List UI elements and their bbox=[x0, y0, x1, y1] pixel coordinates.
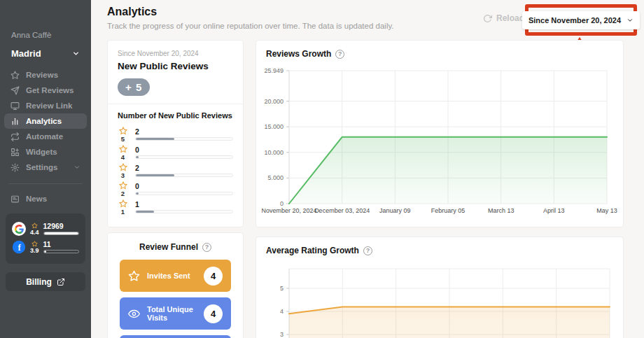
billing-button[interactable]: Billing bbox=[6, 272, 85, 291]
funnel-bar-partial bbox=[120, 335, 231, 338]
star-rating-label: 3 bbox=[118, 163, 128, 179]
star-icon bbox=[119, 163, 127, 171]
count-bar-fill bbox=[136, 156, 139, 158]
help-icon[interactable]: ? bbox=[363, 246, 372, 255]
review-count-value: 0 bbox=[135, 183, 233, 190]
sidebar-item-label: Automate bbox=[26, 132, 63, 141]
refresh-icon bbox=[483, 14, 492, 23]
location-selector[interactable]: Madrid bbox=[11, 48, 80, 59]
facebook-logo: f bbox=[12, 240, 26, 254]
sidebar-item-reviews[interactable]: Reviews bbox=[4, 67, 87, 83]
google-icon bbox=[15, 225, 24, 234]
funnel-bar-value: 4 bbox=[204, 304, 223, 323]
star-breakdown-row-3: 32 bbox=[118, 162, 233, 180]
svg-text:25.949: 25.949 bbox=[264, 67, 284, 74]
location-label: Madrid bbox=[11, 48, 41, 59]
review-count-value: 1 bbox=[135, 201, 233, 209]
send-icon bbox=[10, 86, 20, 95]
help-icon[interactable]: ? bbox=[335, 50, 344, 59]
automate-icon bbox=[10, 132, 20, 141]
timeframe-dropdown[interactable]: Since November 20, 2024 bbox=[522, 11, 640, 29]
svg-text:f: f bbox=[18, 244, 21, 253]
funnel-bar-total-unique-visits: Total Unique Visits4 bbox=[120, 297, 231, 330]
star-icon bbox=[31, 241, 38, 247]
external-link-icon bbox=[57, 278, 65, 286]
review-count-value: 2 bbox=[135, 128, 233, 136]
new-public-reviews-card: Since November 20, 2024 New Public Revie… bbox=[107, 40, 244, 227]
sidebar-item-review-link[interactable]: Review Link bbox=[4, 98, 87, 113]
card-timeframe: Since November 20, 2024 bbox=[118, 50, 233, 57]
svg-text:10.000: 10.000 bbox=[264, 149, 284, 156]
sidebar-item-label: Settings bbox=[26, 163, 57, 171]
widgets-icon bbox=[10, 148, 20, 157]
rating-progress-track bbox=[43, 232, 79, 235]
star-breakdown-row-5: 52 bbox=[118, 125, 233, 143]
count-bar-track bbox=[135, 137, 233, 141]
svg-text:March 13: March 13 bbox=[488, 207, 514, 214]
help-icon[interactable]: ? bbox=[202, 243, 211, 252]
svg-text:20.000: 20.000 bbox=[264, 98, 284, 105]
review-count: 12969 bbox=[43, 223, 79, 230]
sidebar-nav: ReviewsGet ReviewsReview LinkAnalyticsAu… bbox=[0, 67, 91, 175]
count-bar-track bbox=[135, 192, 233, 195]
platform-rating: 4.4 bbox=[30, 223, 39, 236]
reviews-growth-chart: 05.00010.00015.00020.00025.949November 2… bbox=[256, 41, 624, 228]
review-count-value: 0 bbox=[135, 146, 233, 154]
user-name: Anna Caffè bbox=[11, 31, 80, 39]
platform-row-google[interactable]: 4.412969 bbox=[12, 222, 79, 236]
facebook-icon: f bbox=[12, 240, 26, 254]
card-title: New Public Reviews bbox=[118, 61, 233, 71]
rating-progress-fill bbox=[44, 251, 47, 253]
svg-text:0: 0 bbox=[280, 200, 284, 207]
review-count: 11 bbox=[43, 241, 79, 248]
platform-row-facebook[interactable]: f3.911 bbox=[12, 240, 79, 254]
chart-title: Average Rating Growth bbox=[266, 246, 359, 255]
chevron-down-icon bbox=[72, 50, 80, 57]
rating-progress-track bbox=[43, 250, 79, 253]
sidebar-item-settings[interactable]: Settings bbox=[4, 160, 87, 175]
sidebar-item-automate[interactable]: Automate bbox=[4, 129, 87, 144]
sidebar: Anna Caffè Madrid ReviewsGet ReviewsRevi… bbox=[0, 0, 91, 338]
count-bar-fill bbox=[136, 192, 139, 195]
star-breakdown: 5240322011 bbox=[118, 125, 233, 216]
timeframe-label: Since November 20, 2024 bbox=[528, 16, 621, 24]
google-logo bbox=[12, 222, 26, 236]
chart-icon bbox=[10, 117, 20, 126]
star-icon bbox=[119, 181, 127, 190]
eye-icon bbox=[128, 308, 140, 320]
sidebar-item-get-reviews[interactable]: Get Reviews bbox=[4, 83, 87, 98]
gear-icon bbox=[10, 163, 20, 172]
browser-icon bbox=[10, 101, 20, 111]
platform-ratings-panel: 4.412969f3.911 bbox=[6, 213, 85, 264]
star-rating-label: 1 bbox=[118, 199, 128, 216]
platform-rating: 3.9 bbox=[30, 241, 39, 254]
star-rating-label: 2 bbox=[118, 181, 128, 197]
svg-text:November 20, 2024: November 20, 2024 bbox=[261, 207, 316, 214]
star-rating-label: 4 bbox=[118, 145, 128, 161]
star-icon bbox=[119, 199, 127, 208]
page-subtitle: Track the progress of your online reputa… bbox=[107, 22, 394, 30]
reviews-growth-card: Reviews Growth ? 05.00010.00015.00020.00… bbox=[255, 40, 624, 227]
timeframe-highlight-box: Since November 20, 2024 bbox=[525, 4, 637, 36]
star-icon bbox=[119, 127, 127, 135]
reload-label: Reload bbox=[496, 13, 524, 23]
svg-text:January 09: January 09 bbox=[379, 207, 411, 214]
sidebar-item-analytics[interactable]: Analytics bbox=[4, 113, 87, 129]
count-bar-track bbox=[135, 210, 233, 213]
count-bar-fill bbox=[136, 174, 174, 176]
sidebar-item-label: Widgets bbox=[26, 148, 57, 156]
svg-text:April 13: April 13 bbox=[543, 207, 565, 214]
svg-text:February 05: February 05 bbox=[431, 207, 465, 214]
funnel-title: Review Funnel bbox=[139, 242, 198, 252]
funnel-bar-label: Invites Sent bbox=[147, 272, 190, 280]
reload-button[interactable]: Reload bbox=[483, 13, 524, 23]
chart-title: Reviews Growth bbox=[266, 49, 331, 59]
star-breakdown-row-2: 20 bbox=[118, 180, 233, 198]
funnel-bar-label: Total Unique Visits bbox=[147, 305, 197, 322]
sidebar-item-news[interactable]: News bbox=[4, 191, 87, 206]
average-rating-growth-card: Average Rating Growth ? 543 bbox=[255, 237, 624, 338]
svg-text:4: 4 bbox=[280, 308, 284, 315]
svg-text:May 13: May 13 bbox=[596, 207, 617, 214]
sidebar-item-widgets[interactable]: Widgets bbox=[4, 144, 87, 160]
chevron-down-icon bbox=[74, 164, 80, 171]
